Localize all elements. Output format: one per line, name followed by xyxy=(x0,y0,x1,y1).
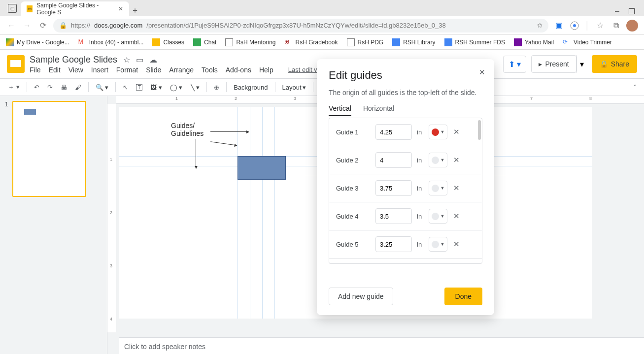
speaker-notes[interactable]: Click to add speaker notes xyxy=(119,337,644,354)
pip-icon[interactable]: ▣ xyxy=(553,20,564,31)
menu-edit[interactable]: Edit xyxy=(49,66,61,74)
done-button[interactable]: Done xyxy=(444,288,482,305)
edit-guides-dialog: ✕ Edit guides The origin of all guides i… xyxy=(317,59,494,315)
background-button[interactable]: Background xyxy=(231,82,271,93)
guide-color-picker[interactable]: ▼ xyxy=(429,153,447,167)
paint-button[interactable]: 🖌 xyxy=(72,82,84,93)
shape-tool[interactable]: ◯ ▾ xyxy=(167,82,186,93)
guide-value-input[interactable] xyxy=(375,124,412,140)
guide-color-picker[interactable]: ▼ xyxy=(429,181,447,195)
guide-remove-button[interactable]: ✕ xyxy=(452,127,461,137)
image-tool[interactable]: 🖼 ▾ xyxy=(147,82,165,93)
guide-color-picker[interactable]: ▼ xyxy=(429,237,447,252)
bookmark-item[interactable]: Yahoo Mail xyxy=(514,38,554,46)
menu-addons[interactable]: Add-ons xyxy=(226,66,251,74)
layout-button[interactable]: Layout ▾ xyxy=(279,82,309,93)
select-tool[interactable]: ↖ xyxy=(120,82,131,93)
menu-slide[interactable]: Slide xyxy=(146,66,161,74)
bookmark-item[interactable]: RSH Library xyxy=(392,38,435,46)
guide-value-input[interactable] xyxy=(375,152,412,168)
canvas-shape[interactable] xyxy=(237,156,286,180)
guide-remove-button[interactable]: ✕ xyxy=(452,155,461,165)
cloud-icon[interactable]: ☁ xyxy=(149,55,157,64)
menu-help[interactable]: Help xyxy=(259,66,273,74)
bookmark-item[interactable]: ⛨RsH Gradebook xyxy=(284,38,338,46)
tabstrip-icon[interactable]: ▢ xyxy=(8,4,17,13)
print-button[interactable]: 🖶 xyxy=(58,82,70,93)
comment-button[interactable]: ⊕ xyxy=(211,82,222,93)
menu-tools[interactable]: Tools xyxy=(202,66,218,74)
share-button[interactable]: 🔒 Share xyxy=(592,55,637,73)
menu-insert[interactable]: Insert xyxy=(91,66,108,74)
forward-button[interactable]: → xyxy=(22,20,33,31)
zoom-button[interactable]: 🔍 ▾ xyxy=(93,82,112,93)
vertical-ruler[interactable]: 1 2 3 4 xyxy=(107,104,116,332)
menu-format[interactable]: Format xyxy=(116,66,138,74)
chrome-icon[interactable] xyxy=(569,20,580,31)
slides-favicon: ▭ xyxy=(27,5,33,12)
guide-color-picker[interactable]: ▼ xyxy=(429,125,447,139)
tab-horizontal[interactable]: Horizontal xyxy=(363,101,394,116)
maximize-icon[interactable]: ❐ xyxy=(628,7,635,16)
tab-close-icon[interactable]: ✕ xyxy=(118,5,123,12)
undo-button[interactable]: ↶ xyxy=(31,82,42,93)
browser-tab-active[interactable]: ▭ Sample Google Slides - Google S ✕ xyxy=(21,1,129,16)
cal-icon xyxy=(444,38,452,46)
bookmark-item[interactable]: My Drive - Google... xyxy=(6,38,69,46)
guide-label: Guide 4 xyxy=(336,213,371,220)
move-icon[interactable]: ▭ xyxy=(136,55,143,64)
present-more-button[interactable]: ▾ xyxy=(576,55,587,73)
slides-logo[interactable] xyxy=(7,55,25,73)
reload-button[interactable]: ⟳ xyxy=(37,20,48,31)
star-icon[interactable]: ☆ xyxy=(595,20,606,31)
lock-icon: 🔒 xyxy=(600,60,608,68)
back-button[interactable]: ← xyxy=(6,20,17,31)
guide-value-input[interactable] xyxy=(375,180,412,196)
textbox-tool[interactable]: 🅃 xyxy=(133,82,145,93)
dialog-close-button[interactable]: ✕ xyxy=(479,68,485,77)
slide-thumbnail[interactable] xyxy=(12,101,86,197)
redo-button[interactable]: ↷ xyxy=(44,82,56,93)
star-icon[interactable]: ☆ xyxy=(123,55,130,64)
guide-value-input[interactable] xyxy=(375,236,412,252)
guide-remove-button[interactable]: ✕ xyxy=(452,211,461,222)
add-guide-button[interactable]: Add new guide xyxy=(329,288,393,305)
gmail-icon: M xyxy=(78,38,86,46)
collapse-toolbar-icon[interactable]: ˆ xyxy=(631,82,639,93)
bookmark-item[interactable]: MInbox (40) - ammbl... xyxy=(78,38,144,46)
present-button[interactable]: ▸ Present xyxy=(531,55,576,73)
account-avatar[interactable] xyxy=(626,20,638,32)
favorite-icon[interactable]: ✩ xyxy=(537,22,542,29)
guide-remove-button[interactable]: ✕ xyxy=(452,183,461,193)
menu-view[interactable]: View xyxy=(68,66,83,74)
new-slide-button[interactable]: ＋ ▾ xyxy=(5,81,23,94)
last-edit-link[interactable]: Last edit w xyxy=(288,66,319,74)
new-tab-button[interactable]: ＋ xyxy=(129,4,141,16)
menu-file[interactable]: File xyxy=(30,66,41,74)
guide-color-picker[interactable]: ▼ xyxy=(429,209,447,224)
tab-vertical[interactable]: Vertical xyxy=(329,101,351,116)
collections-icon[interactable]: ⧉ xyxy=(610,20,621,31)
browser-toolbar: ← → ⟳ 🔒 https://docs.google.com/presenta… xyxy=(0,16,644,35)
dialog-title: Edit guides xyxy=(329,69,482,82)
bookmark-item[interactable]: Classes xyxy=(152,38,184,46)
bookmark-item[interactable]: Chat xyxy=(193,38,216,46)
guide-row: Guide 5 in ▼ ✕ xyxy=(329,230,482,258)
minimize-icon[interactable]: – xyxy=(615,7,619,16)
scrollbar-thumb[interactable] xyxy=(478,120,481,140)
bookmark-item[interactable]: RSH Summer FDS xyxy=(444,38,505,46)
upload-icon[interactable]: ⬆ ▾ xyxy=(503,56,526,73)
bookmark-item[interactable]: RsH PDG xyxy=(347,38,384,46)
doc-title[interactable]: Sample Google Slides xyxy=(30,55,117,65)
guide-value-input[interactable] xyxy=(375,208,412,224)
line-tool[interactable]: ╲ ▾ xyxy=(188,82,203,93)
guide-remove-button[interactable]: ✕ xyxy=(452,239,461,250)
guide-label: Guide 5 xyxy=(336,241,371,248)
menu-arrange[interactable]: Arrange xyxy=(169,66,194,74)
browser-tab-strip: ▢ ▭ Sample Google Slides - Google S ✕ ＋ … xyxy=(0,0,644,16)
address-bar[interactable]: 🔒 https://docs.google.com/presentation/d… xyxy=(53,19,548,32)
color-swatch xyxy=(432,129,439,136)
bookmark-item[interactable]: RsH Mentoring xyxy=(225,38,275,46)
url-scheme: https:// xyxy=(71,22,90,29)
bookmark-item[interactable]: ⟳Video Trimmer xyxy=(563,38,612,46)
